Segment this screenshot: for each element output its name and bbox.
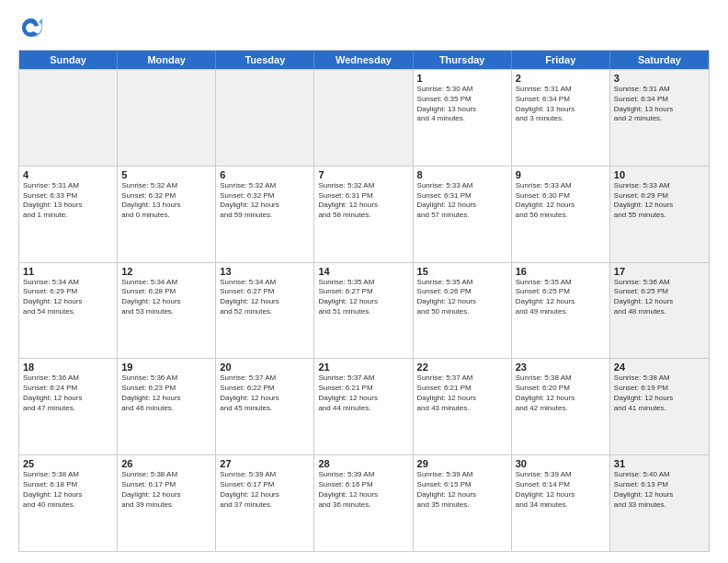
day-number: 9 xyxy=(516,169,606,180)
day-number: 25 xyxy=(23,458,113,469)
day-info: Sunrise: 5:34 AM Sunset: 6:27 PM Dayligh… xyxy=(220,278,310,317)
cal-cell-w5-d7: 31Sunrise: 5:40 AM Sunset: 6:13 PM Dayli… xyxy=(610,455,709,551)
day-info: Sunrise: 5:32 AM Sunset: 6:32 PM Dayligh… xyxy=(220,181,310,221)
day-info: Sunrise: 5:30 AM Sunset: 6:35 PM Dayligh… xyxy=(417,85,507,124)
cal-cell-w2-d6: 9Sunrise: 5:33 AM Sunset: 6:30 PM Daylig… xyxy=(512,167,610,262)
day-number: 10 xyxy=(614,169,705,180)
cal-cell-w2-d7: 10Sunrise: 5:33 AM Sunset: 6:29 PM Dayli… xyxy=(610,167,709,262)
cal-cell-w1-d4 xyxy=(314,70,413,166)
cal-cell-w1-d6: 2Sunrise: 5:31 AM Sunset: 6:34 PM Daylig… xyxy=(512,70,610,166)
cal-header-thursday: Thursday xyxy=(414,51,512,69)
day-number: 30 xyxy=(516,458,606,469)
cal-cell-w5-d4: 28Sunrise: 5:39 AM Sunset: 6:16 PM Dayli… xyxy=(314,455,413,551)
cal-cell-w2-d1: 4Sunrise: 5:31 AM Sunset: 6:33 PM Daylig… xyxy=(19,167,118,262)
cal-cell-w4-d6: 23Sunrise: 5:38 AM Sunset: 6:20 PM Dayli… xyxy=(512,359,610,454)
day-info: Sunrise: 5:38 AM Sunset: 6:20 PM Dayligh… xyxy=(516,373,606,413)
day-info: Sunrise: 5:38 AM Sunset: 6:19 PM Dayligh… xyxy=(614,373,705,413)
cal-cell-w4-d7: 24Sunrise: 5:38 AM Sunset: 6:19 PM Dayli… xyxy=(610,359,709,454)
cal-cell-w2-d4: 7Sunrise: 5:32 AM Sunset: 6:31 PM Daylig… xyxy=(314,167,413,262)
day-info: Sunrise: 5:37 AM Sunset: 6:21 PM Dayligh… xyxy=(318,373,408,413)
cal-cell-w3-d2: 12Sunrise: 5:34 AM Sunset: 6:28 PM Dayli… xyxy=(118,263,216,359)
cal-cell-w1-d3 xyxy=(216,70,314,166)
header xyxy=(18,15,710,40)
day-info: Sunrise: 5:34 AM Sunset: 6:29 PM Dayligh… xyxy=(23,278,113,317)
day-number: 26 xyxy=(121,458,211,469)
day-number: 28 xyxy=(318,458,408,469)
cal-cell-w3-d3: 13Sunrise: 5:34 AM Sunset: 6:27 PM Dayli… xyxy=(216,263,314,359)
cal-cell-w4-d4: 21Sunrise: 5:37 AM Sunset: 6:21 PM Dayli… xyxy=(314,359,413,454)
cal-cell-w1-d2 xyxy=(118,70,216,166)
day-number: 24 xyxy=(614,362,705,373)
cal-week-5: 25Sunrise: 5:38 AM Sunset: 6:18 PM Dayli… xyxy=(19,454,709,551)
cal-cell-w1-d1 xyxy=(19,70,118,166)
cal-cell-w3-d4: 14Sunrise: 5:35 AM Sunset: 6:27 PM Dayli… xyxy=(314,263,413,359)
day-info: Sunrise: 5:39 AM Sunset: 6:16 PM Dayligh… xyxy=(318,470,408,510)
cal-cell-w5-d5: 29Sunrise: 5:39 AM Sunset: 6:15 PM Dayli… xyxy=(414,455,512,551)
day-number: 4 xyxy=(23,169,113,180)
calendar: SundayMondayTuesdayWednesdayThursdayFrid… xyxy=(18,50,710,552)
cal-cell-w2-d3: 6Sunrise: 5:32 AM Sunset: 6:32 PM Daylig… xyxy=(216,167,314,262)
cal-week-2: 4Sunrise: 5:31 AM Sunset: 6:33 PM Daylig… xyxy=(19,166,709,262)
day-number: 22 xyxy=(417,362,507,373)
day-number: 29 xyxy=(417,458,507,469)
day-number: 7 xyxy=(318,169,408,180)
day-number: 3 xyxy=(614,73,705,84)
day-info: Sunrise: 5:35 AM Sunset: 6:26 PM Dayligh… xyxy=(417,278,507,317)
day-info: Sunrise: 5:38 AM Sunset: 6:18 PM Dayligh… xyxy=(23,470,113,510)
day-number: 5 xyxy=(121,169,211,180)
day-number: 2 xyxy=(516,73,606,84)
day-number: 18 xyxy=(23,362,113,373)
day-number: 8 xyxy=(417,169,507,180)
day-info: Sunrise: 5:33 AM Sunset: 6:30 PM Dayligh… xyxy=(516,181,606,221)
day-info: Sunrise: 5:31 AM Sunset: 6:34 PM Dayligh… xyxy=(516,85,606,124)
cal-cell-w5-d2: 26Sunrise: 5:38 AM Sunset: 6:17 PM Dayli… xyxy=(118,455,216,551)
day-info: Sunrise: 5:39 AM Sunset: 6:15 PM Dayligh… xyxy=(417,470,507,510)
day-number: 17 xyxy=(614,266,705,277)
day-info: Sunrise: 5:39 AM Sunset: 6:14 PM Dayligh… xyxy=(516,470,606,510)
day-number: 23 xyxy=(516,362,606,373)
cal-header-friday: Friday xyxy=(512,51,610,69)
cal-header-tuesday: Tuesday xyxy=(216,51,314,69)
day-info: Sunrise: 5:36 AM Sunset: 6:25 PM Dayligh… xyxy=(614,278,705,317)
day-info: Sunrise: 5:37 AM Sunset: 6:21 PM Dayligh… xyxy=(417,373,507,413)
day-info: Sunrise: 5:33 AM Sunset: 6:29 PM Dayligh… xyxy=(614,181,705,221)
day-number: 16 xyxy=(516,266,606,277)
cal-cell-w3-d6: 16Sunrise: 5:35 AM Sunset: 6:25 PM Dayli… xyxy=(512,263,610,359)
day-number: 21 xyxy=(318,362,408,373)
cal-cell-w1-d5: 1Sunrise: 5:30 AM Sunset: 6:35 PM Daylig… xyxy=(414,70,512,166)
day-info: Sunrise: 5:40 AM Sunset: 6:13 PM Dayligh… xyxy=(614,470,705,510)
cal-header-wednesday: Wednesday xyxy=(314,51,413,69)
cal-cell-w2-d2: 5Sunrise: 5:32 AM Sunset: 6:32 PM Daylig… xyxy=(118,167,216,262)
day-info: Sunrise: 5:34 AM Sunset: 6:28 PM Dayligh… xyxy=(121,278,211,317)
cal-cell-w5-d3: 27Sunrise: 5:39 AM Sunset: 6:17 PM Dayli… xyxy=(216,455,314,551)
cal-week-3: 11Sunrise: 5:34 AM Sunset: 6:29 PM Dayli… xyxy=(19,262,709,359)
day-info: Sunrise: 5:33 AM Sunset: 6:31 PM Dayligh… xyxy=(417,181,507,221)
cal-week-4: 18Sunrise: 5:36 AM Sunset: 6:24 PM Dayli… xyxy=(19,358,709,454)
cal-cell-w3-d5: 15Sunrise: 5:35 AM Sunset: 6:26 PM Dayli… xyxy=(414,263,512,359)
day-info: Sunrise: 5:31 AM Sunset: 6:33 PM Dayligh… xyxy=(23,181,113,221)
day-number: 1 xyxy=(417,73,507,84)
day-info: Sunrise: 5:32 AM Sunset: 6:31 PM Dayligh… xyxy=(318,181,408,221)
day-number: 11 xyxy=(23,266,113,277)
cal-cell-w4-d1: 18Sunrise: 5:36 AM Sunset: 6:24 PM Dayli… xyxy=(19,359,118,454)
page: SundayMondayTuesdayWednesdayThursdayFrid… xyxy=(0,0,728,563)
cal-cell-w5-d1: 25Sunrise: 5:38 AM Sunset: 6:18 PM Dayli… xyxy=(19,455,118,551)
cal-header-sunday: Sunday xyxy=(19,51,118,69)
day-number: 20 xyxy=(220,362,310,373)
cal-header-saturday: Saturday xyxy=(610,51,709,69)
day-number: 19 xyxy=(121,362,211,373)
logo-icon xyxy=(18,15,44,40)
day-info: Sunrise: 5:37 AM Sunset: 6:22 PM Dayligh… xyxy=(220,373,310,413)
cal-cell-w4-d2: 19Sunrise: 5:36 AM Sunset: 6:23 PM Dayli… xyxy=(118,359,216,454)
cal-week-1: 1Sunrise: 5:30 AM Sunset: 6:35 PM Daylig… xyxy=(19,69,709,166)
calendar-body: 1Sunrise: 5:30 AM Sunset: 6:35 PM Daylig… xyxy=(19,69,709,551)
day-info: Sunrise: 5:32 AM Sunset: 6:32 PM Dayligh… xyxy=(121,181,211,221)
day-info: Sunrise: 5:38 AM Sunset: 6:17 PM Dayligh… xyxy=(121,470,211,510)
day-number: 31 xyxy=(614,458,705,469)
cal-cell-w2-d5: 8Sunrise: 5:33 AM Sunset: 6:31 PM Daylig… xyxy=(414,167,512,262)
day-info: Sunrise: 5:36 AM Sunset: 6:24 PM Dayligh… xyxy=(23,373,113,413)
cal-cell-w3-d1: 11Sunrise: 5:34 AM Sunset: 6:29 PM Dayli… xyxy=(19,263,118,359)
day-number: 15 xyxy=(417,266,507,277)
day-info: Sunrise: 5:35 AM Sunset: 6:25 PM Dayligh… xyxy=(516,278,606,317)
logo xyxy=(18,15,48,40)
